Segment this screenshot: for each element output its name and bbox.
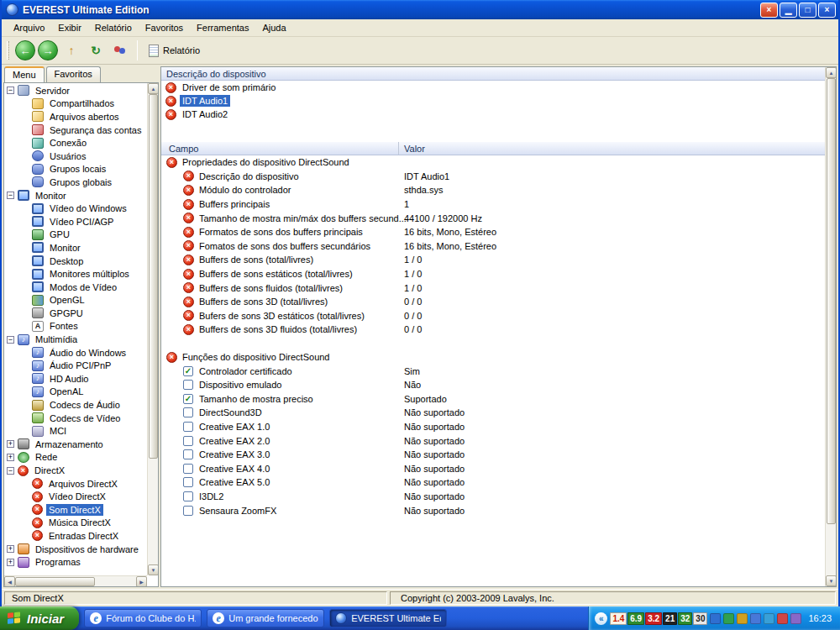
tree-item-udio-pci-pnp[interactable]: Áudio PCI/PnP — [4, 359, 147, 372]
scroll-left-icon[interactable]: ◀ — [4, 576, 15, 587]
menu-ferramentas[interactable]: Ferramentas — [190, 19, 255, 36]
tree-item-v-deo-do-windows[interactable]: Vídeo do Windows — [4, 202, 147, 215]
refresh-button[interactable]: ↻ — [85, 39, 107, 61]
tree-vertical-scrollbar[interactable]: ▲ ▼ — [147, 83, 158, 575]
menu-favoritos[interactable]: Favoritos — [139, 19, 190, 36]
tree-item-monitor[interactable]: −Monitor — [4, 189, 147, 202]
row-descri-o-do-dispositivo[interactable]: Descrição do dispositivoIDT Audio1 — [161, 170, 825, 184]
tree-item-entradas-directx[interactable]: Entradas DirectX — [4, 529, 147, 543]
tab-menu[interactable]: Menu — [4, 66, 45, 82]
column-campo[interactable]: Campo — [161, 142, 399, 155]
tab-favoritos[interactable]: Favoritos — [46, 66, 101, 82]
tree-item-hd-audio[interactable]: HD Audio — [4, 372, 147, 386]
row-creative-eax-4-0[interactable]: Creative EAX 4.0Não suportado — [161, 461, 825, 475]
taskbar-item-f-rum-do-clube-do-h[interactable]: eFórum do Clube do H... — [84, 609, 202, 627]
menu-arquivo[interactable]: Arquivo — [7, 19, 51, 36]
tree-item-opengl[interactable]: OpenGL — [4, 294, 147, 307]
menu-ajuda[interactable]: Ajuda — [255, 19, 292, 36]
row-dispositivo-emulado[interactable]: Dispositivo emuladoNão — [161, 378, 825, 392]
row-directsound3d[interactable]: DirectSound3DNão suportado — [161, 406, 825, 420]
taskbar-item-everest-ultimate-edi[interactable]: EVEREST Ultimate Edi... — [329, 609, 447, 627]
tree-item-gpu[interactable]: GPU — [4, 228, 147, 242]
row-buffers-de-sons-total-livres[interactable]: Buffers de sons (total/livres)1 / 0 — [161, 253, 825, 267]
tree-item-multim-dia[interactable]: −Multimídia — [4, 333, 147, 346]
scrollbar-thumb[interactable] — [827, 78, 836, 524]
expand-box-icon[interactable]: + — [7, 440, 14, 448]
collapse-box-icon[interactable]: − — [7, 87, 14, 94]
column-valor[interactable]: Valor — [399, 144, 425, 154]
scroll-down-icon[interactable]: ▼ — [148, 564, 159, 575]
row-buffers-de-sons-3d-fluidos-total-livres[interactable]: Buffers de sons 3D fluidos (total/livres… — [161, 323, 825, 337]
expand-box-icon[interactable]: + — [7, 559, 14, 566]
tree-horizontal-scrollbar[interactable]: ◀ ▶ — [4, 575, 147, 586]
tree-item-servidor[interactable]: −Servidor — [4, 84, 147, 97]
users-button[interactable] — [109, 39, 131, 61]
content-vertical-scrollbar[interactable]: ▲ ▼ — [825, 67, 836, 586]
row-m-dulo-do-controlador[interactable]: Módulo do controladorsthda.sys — [161, 183, 825, 197]
row-bufers-de-sons-3d-est-ticos-total-livres[interactable]: Bufers de sons 3D estáticos (total/livre… — [161, 309, 825, 323]
scroll-down-icon[interactable]: ▼ — [826, 575, 837, 586]
graph-monitor-icon[interactable] — [723, 613, 734, 624]
everest-sensor-icon[interactable] — [710, 613, 721, 624]
row-creative-eax-1-0[interactable]: Creative EAX 1.0Não suportado — [161, 420, 825, 434]
tree-item-monitor[interactable]: Monitor — [4, 241, 147, 255]
minimize-button[interactable]: ▁ — [780, 3, 797, 18]
expand-box-icon[interactable]: + — [7, 545, 14, 553]
tree-item-v-deo-directx[interactable]: Vídeo DirectX — [4, 490, 147, 503]
scrollbar-thumb[interactable] — [149, 94, 158, 459]
tree-item-udio-do-windows[interactable]: Áudio do Windows — [4, 346, 147, 360]
row-creative-eax-3-0[interactable]: Creative EAX 3.0Não suportado — [161, 448, 825, 462]
close-button[interactable]: × — [760, 3, 778, 18]
tree-item-arquivos-directx[interactable]: Arquivos DirectX — [4, 477, 147, 491]
row-formatos-de-sons-dos-buffers-principais[interactable]: Formatos de sons dos buffers principais1… — [161, 225, 825, 239]
collapse-box-icon[interactable]: − — [7, 467, 14, 475]
tree-item-arquivos-abertos[interactable]: Arquivos abertos — [4, 110, 147, 123]
row-fomatos-de-sons-dos-buffers-secund-rios[interactable]: Fomatos de sons dos buffers secundários1… — [161, 239, 825, 254]
tree-item-openal[interactable]: OpenAL — [4, 386, 147, 399]
restore-button[interactable]: □ — [799, 3, 816, 18]
tree-item-fontes[interactable]: Fontes — [4, 320, 147, 333]
group-propriedades-do-dispositivo-directsound[interactable]: Propriedades do dispositivo DirectSound — [161, 155, 825, 170]
menu-exibir[interactable]: Exibir — [51, 19, 88, 36]
row-tamanho-de-mostra-min-m-x-dos-buffers-secund[interactable]: Tamanho de mostra min/máx dos buffers se… — [161, 211, 825, 225]
group-fun-es-do-dispositivo-directsound[interactable]: Funções do dispositivo DirectSound — [161, 350, 825, 365]
tree-item-usu-rios[interactable]: Usuários — [4, 150, 147, 163]
row-buffers-de-sons-est-ticos-total-livres[interactable]: Buffers de sons estáticos (total/livres)… — [161, 267, 825, 281]
report-button[interactable]: Relatório — [144, 41, 209, 60]
row-creative-eax-2-0[interactable]: Creative EAX 2.0Não suportado — [161, 433, 825, 448]
tree-item-rede[interactable]: +Rede — [4, 451, 147, 465]
tree-item-som-directx[interactable]: Som DirectX — [4, 503, 147, 517]
collapse-box-icon[interactable]: − — [7, 336, 14, 344]
row-creative-eax-5-0[interactable]: Creative EAX 5.0Não suportado — [161, 475, 825, 490]
toolbar-grip[interactable] — [7, 41, 9, 60]
scroll-right-icon[interactable]: ▶ — [136, 576, 147, 587]
scroll-up-icon[interactable]: ▲ — [826, 67, 837, 78]
tree-item-codecs-de-udio[interactable]: Codecs de Áudio — [4, 398, 147, 412]
scrollbar-thumb[interactable] — [15, 577, 95, 586]
tree-item-directx[interactable]: −DirectX — [4, 464, 147, 477]
tree-item-v-deo-pci-agp[interactable]: Vídeo PCI/AGP — [4, 215, 147, 228]
expand-box-icon[interactable]: + — [7, 454, 14, 461]
forward-button[interactable]: → — [38, 40, 58, 60]
device-idt-audio2[interactable]: IDT Audio2 — [161, 108, 825, 121]
up-button[interactable]: ↑ — [60, 39, 82, 61]
close-button-secondary[interactable]: × — [818, 3, 836, 18]
tray-collapse-button[interactable]: « — [595, 612, 607, 625]
row-i3dl2[interactable]: I3DL2Não suportado — [161, 490, 825, 504]
tree-item-modos-de-v-deo[interactable]: Modos de Vídeo — [4, 281, 147, 294]
tree-item-m-sica-directx[interactable]: Música DirectX — [4, 517, 147, 530]
tree-item-conex-o[interactable]: Conexão — [4, 136, 147, 150]
row-tamanho-de-mostra-preciso[interactable]: ✓Tamanho de mostra precisoSuportado — [161, 392, 825, 407]
menu-relat-rio[interactable]: Relatório — [88, 19, 139, 36]
collapse-box-icon[interactable]: − — [7, 192, 14, 199]
row-buffers-principais[interactable]: Buffers principais1 — [161, 197, 825, 212]
tree-item-grupos-locais[interactable]: Grupos locais — [4, 163, 147, 176]
scroll-up-icon[interactable]: ▲ — [148, 83, 159, 94]
taskbar-clock[interactable]: 16:23 — [808, 613, 832, 623]
tree-item-seguran-a-das-contas[interactable]: Segurança das contas — [4, 123, 147, 137]
scheduler-icon[interactable] — [790, 613, 801, 624]
tree-item-monitores-m-ltiplos[interactable]: Monitores múltiplos — [4, 267, 147, 281]
title-bar[interactable]: EVEREST Ultimate Edition × ▁ □ × — [2, 0, 838, 19]
tree-item-gpgpu[interactable]: GPGPU — [4, 307, 147, 320]
network-icon[interactable] — [764, 613, 774, 624]
